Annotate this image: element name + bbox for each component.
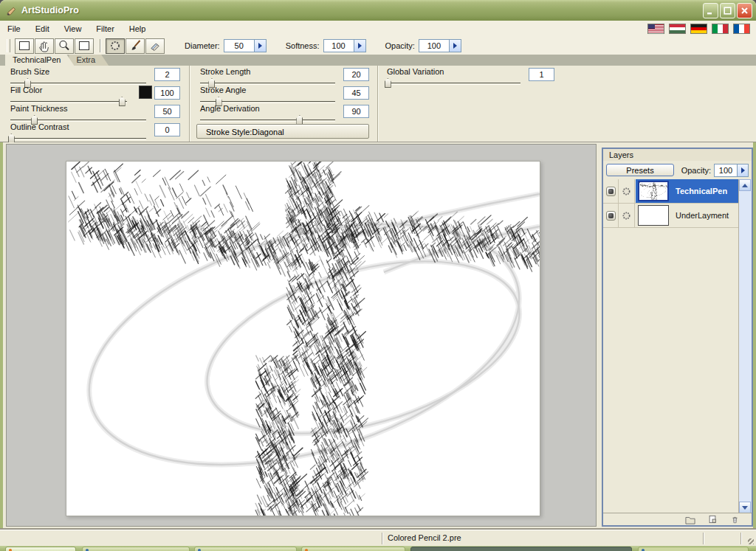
global-variation-value[interactable]: 1 — [529, 68, 554, 81]
new-group-button[interactable] — [684, 514, 697, 524]
softness-spin-button[interactable] — [354, 39, 366, 52]
softness-value[interactable]: 100 — [323, 39, 354, 52]
layer-visibility-toggle[interactable] — [606, 211, 616, 221]
fill-color-value[interactable]: 100 — [154, 86, 180, 100]
layer-main[interactable]: TechnicalPen — [636, 179, 739, 203]
flag-usa-icon[interactable] — [647, 24, 664, 34]
taskbar-button[interactable] — [82, 547, 190, 551]
folder-icon — [684, 515, 696, 524]
angle-derivation-value[interactable]: 90 — [343, 105, 369, 118]
stroke-length-value[interactable]: 20 — [343, 68, 369, 81]
menu-edit[interactable]: Edit — [28, 21, 57, 37]
menu-view[interactable]: View — [57, 21, 89, 37]
taskbar-sliver[interactable] — [0, 546, 756, 551]
outline-contrast-param: Outline Contrast0 — [10, 121, 180, 139]
angle-derivation-track — [200, 119, 335, 122]
opacity-value[interactable]: 100 — [419, 39, 449, 52]
taskbar-button[interactable] — [194, 547, 297, 551]
layer-row-underlayment[interactable]: UnderLayment — [603, 204, 739, 228]
opacity-spin-button[interactable] — [449, 39, 461, 52]
layer-thumbnail[interactable] — [638, 205, 669, 226]
tool-group — [106, 38, 165, 54]
outline-contrast-value[interactable]: 0 — [154, 123, 180, 136]
layer-list-scrollbar[interactable] — [738, 179, 752, 513]
maximize-button[interactable] — [720, 3, 735, 18]
canvas-area[interactable] — [6, 144, 597, 527]
diameter-value[interactable]: 50 — [224, 39, 254, 52]
marquee-rect-tool-button[interactable] — [15, 38, 34, 54]
app-window: ArtStudioPro FileEditViewFilterHelp Diam… — [0, 0, 756, 551]
layer-settings-cell — [619, 179, 635, 203]
delete-layer-button[interactable] — [728, 514, 741, 524]
taskbar-button[interactable] — [5, 547, 76, 551]
eraser-tool-button[interactable] — [145, 38, 165, 54]
menu-file[interactable]: File — [0, 21, 28, 37]
menu-help[interactable]: Help — [122, 21, 154, 37]
taskbar-button[interactable] — [410, 547, 632, 551]
fill-color-swatch[interactable] — [139, 86, 152, 99]
panel-divider — [189, 66, 190, 142]
maximize-icon — [723, 6, 732, 15]
diameter-spinner: 50 — [224, 39, 267, 52]
layer-list: TechnicalPenUnderLayment — [603, 179, 739, 513]
global-variation-slider[interactable] — [387, 78, 520, 88]
brush-settings-icon — [109, 39, 122, 52]
layer-row-technicalpen[interactable]: TechnicalPen — [603, 179, 739, 204]
layer-name: UnderLayment — [676, 211, 729, 220]
brush-settings-tool-button[interactable] — [106, 38, 125, 54]
layer-visibility-cell — [603, 204, 619, 227]
layer-settings-gear-icon[interactable] — [621, 186, 632, 197]
new-layer-icon — [707, 514, 718, 524]
zoom-icon — [58, 39, 71, 52]
stroke-angle-value[interactable]: 45 — [343, 86, 369, 100]
paint-thickness-value[interactable]: 50 — [154, 105, 180, 118]
layer-thumbnail[interactable] — [638, 181, 669, 201]
tab-extra[interactable]: Extra — [69, 55, 109, 66]
diameter-spin-button[interactable] — [254, 39, 267, 52]
layer-opacity-spin-button[interactable] — [737, 164, 749, 177]
layer-opacity-value[interactable]: 100 — [714, 164, 737, 177]
new-layer-button[interactable] — [706, 514, 719, 524]
brush-tool-button[interactable] — [126, 38, 145, 54]
global-variation-thumb[interactable] — [385, 78, 391, 88]
layer-settings-gear-icon[interactable] — [621, 210, 632, 221]
titlebar[interactable]: ArtStudioPro — [0, 0, 756, 21]
frame-rect-icon — [78, 39, 91, 52]
toolbar-grip[interactable] — [7, 39, 10, 52]
drawing-canvas[interactable] — [66, 161, 540, 516]
toolbar: Diameter:50Softness:100Opacity:100 — [0, 37, 756, 55]
opacity-spinner: 100 — [419, 39, 461, 52]
menu-filter[interactable]: Filter — [89, 21, 121, 37]
scroll-down-icon[interactable] — [739, 502, 751, 513]
tab-technicalpen[interactable]: TechnicalPen — [5, 55, 74, 66]
tool-group — [15, 38, 94, 54]
layer-visibility-toggle[interactable] — [606, 187, 616, 196]
flag-germany-icon[interactable] — [690, 24, 707, 34]
scroll-up-icon[interactable] — [739, 179, 751, 191]
taskbar-button[interactable] — [301, 547, 405, 551]
flag-hungary-icon[interactable] — [669, 24, 686, 34]
brush-size-label: Brush Size — [10, 67, 49, 76]
brush-size-param: Brush Size2 — [10, 66, 180, 84]
flag-italy-icon[interactable] — [712, 24, 729, 34]
marquee-rect-icon — [18, 39, 31, 52]
resize-grip[interactable] — [748, 538, 754, 544]
taskbar-button[interactable] — [638, 547, 749, 551]
minimize-button[interactable] — [703, 3, 718, 18]
stroke-style-button[interactable]: Stroke Style:Diagonal — [196, 124, 369, 139]
frame-rect-tool-button[interactable] — [75, 38, 94, 54]
layers-panel: Layers Presets Opacity: 100 TechnicalPen… — [602, 148, 753, 527]
global-variation-label: Global Variation — [387, 67, 444, 76]
softness-field: Softness:100 — [286, 39, 366, 52]
layer-main[interactable]: UnderLayment — [636, 204, 739, 227]
brush-size-value[interactable]: 2 — [154, 68, 180, 81]
zoom-tool-button[interactable] — [55, 38, 74, 54]
hand-tool-button[interactable] — [35, 38, 54, 54]
close-button[interactable] — [737, 3, 752, 18]
close-icon — [740, 6, 749, 15]
outline-contrast-track — [10, 138, 146, 140]
flag-france-icon[interactable] — [733, 24, 750, 34]
presets-button[interactable]: Presets — [606, 164, 674, 176]
eraser-icon — [148, 39, 162, 52]
stroke-angle-label: Stroke Angle — [200, 86, 246, 94]
